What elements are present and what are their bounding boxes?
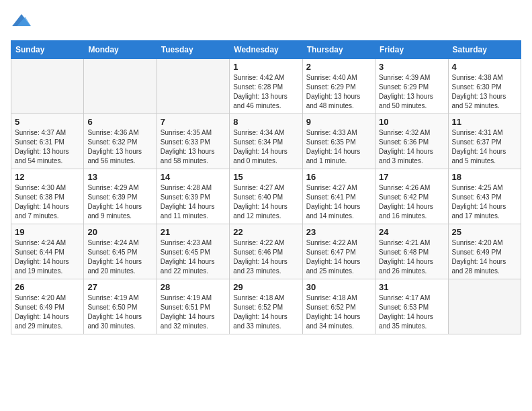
day-cell: 31Sunrise: 4:17 AM Sunset: 6:53 PM Dayli…: [375, 279, 448, 334]
day-number: 5: [15, 117, 80, 127]
day-number: 16: [306, 172, 371, 182]
day-cell: 10Sunrise: 4:32 AM Sunset: 6:36 PM Dayli…: [375, 114, 448, 169]
day-cell: 23Sunrise: 4:22 AM Sunset: 6:47 PM Dayli…: [302, 224, 375, 279]
day-info: Sunrise: 4:36 AM Sunset: 6:32 PM Dayligh…: [87, 128, 152, 166]
day-cell: 13Sunrise: 4:29 AM Sunset: 6:39 PM Dayli…: [84, 169, 157, 224]
col-header-friday: Friday: [375, 41, 448, 59]
day-number: 25: [452, 227, 517, 237]
day-info: Sunrise: 4:24 AM Sunset: 6:44 PM Dayligh…: [15, 238, 80, 276]
day-number: 1: [233, 62, 298, 72]
day-info: Sunrise: 4:19 AM Sunset: 6:50 PM Dayligh…: [87, 293, 152, 331]
day-number: 4: [452, 62, 517, 72]
day-number: 9: [306, 117, 371, 127]
day-number: 27: [87, 282, 152, 292]
day-number: 3: [379, 62, 444, 72]
day-number: 11: [452, 117, 517, 127]
col-header-saturday: Saturday: [448, 41, 521, 59]
logo: [11, 11, 31, 32]
day-number: 24: [379, 227, 444, 237]
day-cell: 7Sunrise: 4:35 AM Sunset: 6:33 PM Daylig…: [157, 114, 229, 169]
day-number: 22: [233, 227, 298, 237]
day-number: 21: [161, 227, 226, 237]
col-header-tuesday: Tuesday: [157, 41, 229, 59]
day-info: Sunrise: 4:32 AM Sunset: 6:36 PM Dayligh…: [379, 128, 444, 166]
day-info: Sunrise: 4:40 AM Sunset: 6:29 PM Dayligh…: [306, 73, 371, 111]
calendar-table: SundayMondayTuesdayWednesdayThursdayFrid…: [11, 40, 521, 334]
day-info: Sunrise: 4:37 AM Sunset: 6:31 PM Dayligh…: [15, 128, 80, 166]
day-info: Sunrise: 4:35 AM Sunset: 6:33 PM Dayligh…: [161, 128, 226, 166]
day-cell: 8Sunrise: 4:34 AM Sunset: 6:34 PM Daylig…: [230, 114, 302, 169]
day-number: 12: [15, 172, 80, 182]
page-header: [11, 11, 521, 32]
day-cell: 2Sunrise: 4:40 AM Sunset: 6:29 PM Daylig…: [302, 59, 375, 114]
day-cell: 29Sunrise: 4:18 AM Sunset: 6:52 PM Dayli…: [230, 279, 302, 334]
day-cell: 3Sunrise: 4:39 AM Sunset: 6:29 PM Daylig…: [375, 59, 448, 114]
day-info: Sunrise: 4:27 AM Sunset: 6:41 PM Dayligh…: [306, 183, 371, 221]
week-row-3: 12Sunrise: 4:30 AM Sunset: 6:38 PM Dayli…: [11, 169, 521, 224]
day-number: 20: [87, 227, 152, 237]
col-header-monday: Monday: [84, 41, 157, 59]
day-number: 7: [161, 117, 226, 127]
day-info: Sunrise: 4:33 AM Sunset: 6:35 PM Dayligh…: [306, 128, 371, 166]
day-info: Sunrise: 4:26 AM Sunset: 6:42 PM Dayligh…: [379, 183, 444, 221]
day-number: 8: [233, 117, 298, 127]
day-info: Sunrise: 4:18 AM Sunset: 6:52 PM Dayligh…: [306, 293, 371, 331]
col-header-sunday: Sunday: [11, 41, 84, 59]
day-cell: 27Sunrise: 4:19 AM Sunset: 6:50 PM Dayli…: [84, 279, 157, 334]
day-cell: 6Sunrise: 4:36 AM Sunset: 6:32 PM Daylig…: [84, 114, 157, 169]
day-cell: [84, 59, 157, 114]
col-header-thursday: Thursday: [302, 41, 375, 59]
week-row-2: 5Sunrise: 4:37 AM Sunset: 6:31 PM Daylig…: [11, 114, 521, 169]
day-number: 18: [452, 172, 517, 182]
day-cell: 28Sunrise: 4:19 AM Sunset: 6:51 PM Dayli…: [157, 279, 229, 334]
day-cell: 4Sunrise: 4:38 AM Sunset: 6:30 PM Daylig…: [448, 59, 521, 114]
calendar-header-row: SundayMondayTuesdayWednesdayThursdayFrid…: [11, 41, 521, 59]
day-cell: 25Sunrise: 4:20 AM Sunset: 6:49 PM Dayli…: [448, 224, 521, 279]
day-cell: 18Sunrise: 4:25 AM Sunset: 6:43 PM Dayli…: [448, 169, 521, 224]
day-number: 13: [87, 172, 152, 182]
day-info: Sunrise: 4:22 AM Sunset: 6:47 PM Dayligh…: [306, 238, 371, 276]
day-number: 26: [15, 282, 80, 292]
day-number: 19: [15, 227, 80, 237]
day-info: Sunrise: 4:39 AM Sunset: 6:29 PM Dayligh…: [379, 73, 444, 111]
day-cell: [448, 279, 521, 334]
day-number: 2: [306, 62, 371, 72]
day-cell: 21Sunrise: 4:23 AM Sunset: 6:45 PM Dayli…: [157, 224, 229, 279]
day-cell: 9Sunrise: 4:33 AM Sunset: 6:35 PM Daylig…: [302, 114, 375, 169]
day-number: 28: [161, 282, 226, 292]
day-info: Sunrise: 4:28 AM Sunset: 6:39 PM Dayligh…: [161, 183, 226, 221]
day-info: Sunrise: 4:29 AM Sunset: 6:39 PM Dayligh…: [87, 183, 152, 221]
day-info: Sunrise: 4:17 AM Sunset: 6:53 PM Dayligh…: [379, 293, 444, 331]
day-info: Sunrise: 4:22 AM Sunset: 6:46 PM Dayligh…: [233, 238, 298, 276]
week-row-1: 1Sunrise: 4:42 AM Sunset: 6:28 PM Daylig…: [11, 59, 521, 114]
day-info: Sunrise: 4:34 AM Sunset: 6:34 PM Dayligh…: [233, 128, 298, 166]
day-info: Sunrise: 4:20 AM Sunset: 6:49 PM Dayligh…: [452, 238, 517, 276]
col-header-wednesday: Wednesday: [230, 41, 302, 59]
day-info: Sunrise: 4:27 AM Sunset: 6:40 PM Dayligh…: [233, 183, 298, 221]
week-row-5: 26Sunrise: 4:20 AM Sunset: 6:49 PM Dayli…: [11, 279, 521, 334]
day-info: Sunrise: 4:20 AM Sunset: 6:49 PM Dayligh…: [15, 293, 80, 331]
day-info: Sunrise: 4:30 AM Sunset: 6:38 PM Dayligh…: [15, 183, 80, 221]
week-row-4: 19Sunrise: 4:24 AM Sunset: 6:44 PM Dayli…: [11, 224, 521, 279]
day-cell: 24Sunrise: 4:21 AM Sunset: 6:48 PM Dayli…: [375, 224, 448, 279]
day-cell: [11, 59, 84, 114]
day-cell: 20Sunrise: 4:24 AM Sunset: 6:45 PM Dayli…: [84, 224, 157, 279]
day-info: Sunrise: 4:23 AM Sunset: 6:45 PM Dayligh…: [161, 238, 226, 276]
day-cell: 19Sunrise: 4:24 AM Sunset: 6:44 PM Dayli…: [11, 224, 84, 279]
day-cell: 30Sunrise: 4:18 AM Sunset: 6:52 PM Dayli…: [302, 279, 375, 334]
day-cell: 1Sunrise: 4:42 AM Sunset: 6:28 PM Daylig…: [230, 59, 302, 114]
day-info: Sunrise: 4:24 AM Sunset: 6:45 PM Dayligh…: [87, 238, 152, 276]
day-cell: 14Sunrise: 4:28 AM Sunset: 6:39 PM Dayli…: [157, 169, 229, 224]
day-cell: 16Sunrise: 4:27 AM Sunset: 6:41 PM Dayli…: [302, 169, 375, 224]
day-cell: 26Sunrise: 4:20 AM Sunset: 6:49 PM Dayli…: [11, 279, 84, 334]
day-number: 17: [379, 172, 444, 182]
day-number: 15: [233, 172, 298, 182]
day-number: 6: [87, 117, 152, 127]
day-number: 31: [379, 282, 444, 292]
logo-icon: [12, 11, 31, 30]
day-info: Sunrise: 4:31 AM Sunset: 6:37 PM Dayligh…: [452, 128, 517, 166]
day-info: Sunrise: 4:38 AM Sunset: 6:30 PM Dayligh…: [452, 73, 517, 111]
day-number: 10: [379, 117, 444, 127]
day-number: 29: [233, 282, 298, 292]
day-cell: 5Sunrise: 4:37 AM Sunset: 6:31 PM Daylig…: [11, 114, 84, 169]
